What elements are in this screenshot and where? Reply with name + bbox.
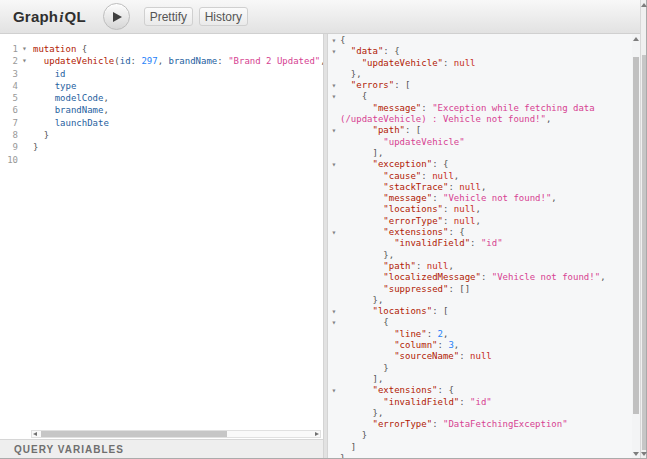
result-row: }, (328, 295, 632, 306)
fold-arrow-icon[interactable]: ▾ (328, 46, 340, 57)
result-row: "message": "Vehicle not found!", (328, 193, 632, 204)
fold-gutter (328, 204, 340, 215)
fold-gutter (18, 154, 31, 166)
fold-arrow-icon[interactable]: ▾ (328, 317, 340, 328)
result-row: ] (328, 442, 632, 453)
result-row: ▾{ (328, 35, 632, 46)
result-row: "updateVehicle": null (328, 58, 632, 69)
fold-arrow-icon[interactable]: ▾ (18, 43, 31, 55)
code-text: }, (340, 69, 362, 80)
result-row: "stackTrace": null, (328, 182, 632, 193)
result-row: ], (328, 374, 632, 385)
code-text: launchDate (33, 117, 109, 129)
code-text: }, (340, 250, 394, 261)
window-scrollbar[interactable] (640, 0, 647, 459)
fold-arrow-icon[interactable]: ▾ (328, 385, 340, 396)
code-text: } (340, 363, 389, 374)
code-text: }, (340, 408, 383, 419)
fold-gutter (328, 69, 340, 80)
fold-arrow-icon[interactable]: ▾ (328, 306, 340, 317)
result-row: ▾ { (328, 91, 632, 102)
query-editor[interactable]: 1▾mutation {2▾ updateVehicle(id: 297, br… (0, 34, 323, 439)
fold-arrow-icon[interactable]: ▾ (328, 227, 340, 238)
result-row: ▾ { (328, 317, 632, 328)
line-number: 9 (0, 141, 18, 153)
result-row: ], (328, 148, 632, 159)
code-text: } (33, 141, 38, 153)
result-row: "errorType": "DataFetchingException" (328, 419, 632, 430)
code-line: 4 type (0, 80, 323, 92)
result-row: "locations": null, (328, 204, 632, 215)
line-number: 7 (0, 117, 18, 129)
result-row: ▾ "exception": { (328, 159, 632, 170)
fold-arrow-icon[interactable]: ▾ (328, 35, 340, 46)
fold-gutter (328, 137, 340, 148)
query-variables-bar[interactable]: QUERY VARIABLES (0, 439, 323, 459)
fold-gutter (328, 351, 340, 362)
fold-arrow-icon[interactable]: ▾ (328, 80, 340, 91)
result-row: ▾ "locations": [ (328, 306, 632, 317)
query-horizontal-scrollbar[interactable] (31, 430, 321, 438)
result-row: "updateVehicle" (328, 137, 632, 148)
fold-gutter (328, 261, 340, 272)
play-icon (113, 12, 122, 22)
code-text: { (340, 91, 367, 102)
result-viewer: ▾{▾ "data": { "updateVehicle": null },▾ … (328, 34, 632, 459)
result-row: "localizedMessage": "Vehicle not found!"… (328, 272, 632, 283)
code-text: } (340, 430, 367, 441)
scroll-left-icon[interactable] (33, 432, 37, 436)
code-text: { (340, 35, 345, 46)
fold-gutter (18, 80, 31, 92)
query-variables-title: QUERY VARIABLES (14, 440, 323, 459)
fold-gutter (328, 329, 340, 340)
result-row: }, (328, 408, 632, 419)
topbar: GraphiQL Prettify History (0, 0, 647, 34)
code-text: "suppressed": [] (340, 284, 470, 295)
code-text: ], (340, 374, 383, 385)
scroll-right-icon[interactable] (315, 432, 319, 436)
fold-gutter (328, 238, 340, 249)
result-row: } (328, 430, 632, 441)
code-text: "invalidField": "id" (340, 238, 503, 249)
line-number: 8 (0, 129, 18, 141)
code-line: 10 (0, 154, 323, 166)
scroll-up-icon[interactable] (641, 3, 647, 7)
line-number: 10 (0, 154, 18, 166)
scroll-up-icon[interactable] (633, 37, 639, 41)
fold-arrow-icon[interactable]: ▾ (18, 55, 31, 67)
execute-button[interactable] (103, 3, 130, 30)
code-text: }, (340, 295, 383, 306)
result-row: ▾ "extensions": { (328, 385, 632, 396)
horizontal-scrollbar-thumb[interactable] (41, 431, 227, 437)
window-scrollbar-thumb[interactable] (642, 55, 646, 450)
scroll-down-icon[interactable] (633, 452, 639, 456)
code-line: 6 brandName, (0, 104, 323, 116)
result-vertical-scrollbar[interactable] (632, 34, 640, 459)
code-text: "locations": [ (340, 306, 448, 317)
fold-arrow-icon[interactable]: ▾ (328, 91, 340, 102)
code-text: "localizedMessage": "Vehicle not found!"… (340, 272, 606, 283)
code-text: "errorType": null, (340, 216, 481, 227)
history-button[interactable]: History (199, 7, 248, 26)
fold-gutter (328, 148, 340, 159)
code-text: "extensions": { (340, 385, 454, 396)
fold-gutter (328, 58, 340, 69)
code-text: (/updateVehicle) : Vehicle not found!", (340, 114, 551, 125)
code-text: id (33, 68, 66, 80)
result-row: }, (328, 69, 632, 80)
fold-arrow-icon[interactable]: ▾ (328, 159, 340, 170)
code-text: { (340, 317, 389, 328)
fold-arrow-icon[interactable]: ▾ (328, 125, 340, 136)
logo-text: Graph (13, 8, 58, 25)
result-row: ▾ "path": [ (328, 125, 632, 136)
fold-gutter (328, 442, 340, 453)
result-scrollbar-thumb[interactable] (633, 57, 639, 414)
scroll-down-icon[interactable] (641, 452, 647, 456)
result-row: (/updateVehicle) : Vehicle not found!", (328, 114, 632, 125)
prettify-button[interactable]: Prettify (144, 7, 193, 26)
fold-gutter (18, 92, 31, 104)
code-text: brandName, (33, 104, 109, 116)
result-row: "path": null, (328, 261, 632, 272)
code-text: modelCode, (33, 92, 109, 104)
result-row: "cause": null, (328, 171, 632, 182)
